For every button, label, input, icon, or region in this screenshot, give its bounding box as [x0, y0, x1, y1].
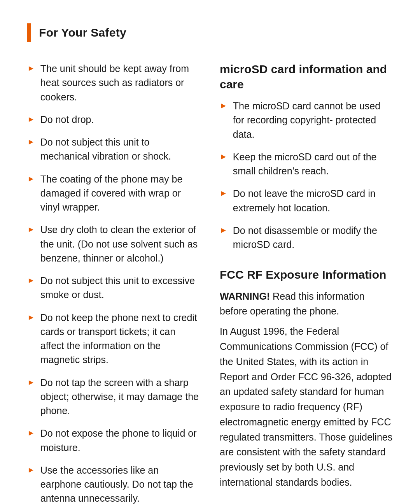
bullet-text: Do not expose the phone to liquid or moi… [40, 426, 200, 455]
microsd-title: microSD card information and care [220, 61, 393, 92]
bullet-text: Use dry cloth to clean the exterior of t… [40, 223, 200, 265]
bullet-text: Use the accessories like an earphone cau… [40, 463, 200, 504]
bullet-text: Do not drop. [40, 112, 94, 126]
bullet-text: Do not leave the microSD card in extreme… [233, 186, 393, 215]
microsd-section: microSD card information and care ►The m… [220, 61, 393, 251]
right-column: microSD card information and care ►The m… [220, 61, 393, 504]
bullet-arrow-icon: ► [27, 136, 35, 148]
bullet-arrow-icon: ► [220, 100, 228, 111]
main-content: ►The unit should be kept away from heat … [27, 61, 393, 504]
bullet-arrow-icon: ► [27, 275, 35, 286]
bullet-text: The unit should be kept away from heat s… [40, 61, 200, 104]
list-item: ►Do not tap the screen with a sharp obje… [27, 376, 200, 418]
bullet-arrow-icon: ► [27, 114, 35, 125]
list-item: ►Use dry cloth to clean the exterior of … [27, 223, 200, 265]
bullet-arrow-icon: ► [27, 312, 35, 323]
list-item: ►Do not subject this unit to excessive s… [27, 274, 200, 302]
list-item: ►Do not expose the phone to liquid or mo… [27, 426, 200, 455]
list-item: ►Do not subject this unit to mechanical … [27, 135, 200, 163]
bullet-arrow-icon: ► [27, 377, 35, 388]
list-item: ►Do not keep the phone next to credit ca… [27, 311, 200, 367]
page-title: For Your Safety [39, 26, 126, 39]
list-item: ►The coating of the phone may be damaged… [27, 172, 200, 214]
bullet-text: Do not disassemble or modify the microSD… [233, 223, 393, 252]
left-column: ►The unit should be kept away from heat … [27, 61, 200, 504]
list-item: ►Do not leave the microSD card in extrem… [220, 186, 393, 215]
list-item: ►The unit should be kept away from heat … [27, 61, 200, 104]
fcc-warning: WARNING! Read this information before op… [220, 289, 393, 318]
bullet-text: Do not keep the phone next to credit car… [40, 311, 200, 367]
bullet-arrow-icon: ► [220, 225, 228, 236]
bullet-text: The microSD card cannot be used for reco… [233, 99, 393, 141]
header-accent-bar [27, 23, 31, 42]
list-item: ►Keep the microSD card out of the small … [220, 150, 393, 178]
bullet-text: Do not subject this unit to mechanical v… [40, 135, 200, 163]
bullet-text: Do not subject this unit to excessive sm… [40, 274, 200, 302]
bullet-arrow-icon: ► [27, 173, 35, 184]
fcc-warning-label: WARNING! [220, 291, 270, 302]
page: For Your Safety ►The unit should be kept… [0, 0, 420, 504]
list-item: ►Use the accessories like an earphone ca… [27, 463, 200, 504]
bullet-text: Do not tap the screen with a sharp objec… [40, 376, 200, 418]
list-item: ►Do not disassemble or modify the microS… [220, 223, 393, 252]
microsd-bullet-list: ►The microSD card cannot be used for rec… [220, 99, 393, 251]
fcc-body: In August 1996, the Federal Communicatio… [220, 324, 393, 490]
list-item: ►The microSD card cannot be used for rec… [220, 99, 393, 141]
bullet-arrow-icon: ► [27, 427, 35, 439]
bullet-text: Keep the microSD card out of the small c… [233, 150, 393, 178]
bullet-arrow-icon: ► [220, 188, 228, 199]
bullet-arrow-icon: ► [27, 224, 35, 235]
bullet-arrow-icon: ► [220, 151, 228, 162]
page-header: For Your Safety [27, 23, 393, 42]
list-item: ►Do not drop. [27, 112, 200, 126]
fcc-section: FCC RF Exposure Information WARNING! Rea… [220, 267, 393, 490]
bullet-arrow-icon: ► [27, 63, 35, 74]
bullet-text: The coating of the phone may be damaged … [40, 172, 200, 214]
bullet-arrow-icon: ► [27, 464, 35, 476]
fcc-title: FCC RF Exposure Information [220, 267, 393, 282]
safety-bullet-list: ►The unit should be kept away from heat … [27, 61, 200, 504]
